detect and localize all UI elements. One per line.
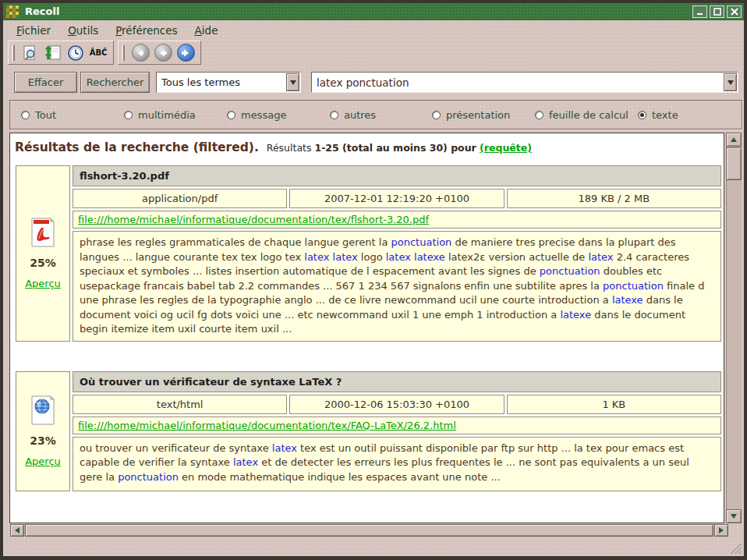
menu-mnemonic: F [16, 24, 22, 37]
scroll-left-button[interactable] [10, 524, 24, 537]
nav-forward-icon [177, 44, 195, 62]
window-titlebar[interactable]: Recoll [3, 3, 744, 20]
filter-label: texte [652, 109, 678, 121]
filter-option-presentation[interactable]: présentation [432, 109, 510, 121]
nav-first-page-button[interactable] [130, 43, 150, 63]
result-size: 1 KB [507, 395, 721, 414]
radio-icon[interactable] [227, 111, 235, 119]
result-snippet: phrase les regles grammaticales de chaqu… [73, 231, 721, 342]
filter-option-tout[interactable]: Tout [21, 109, 56, 121]
sort-by-dates-button[interactable] [43, 43, 63, 63]
radio-icon[interactable] [638, 111, 646, 119]
result-mime: text/html [73, 395, 287, 414]
filter-option-multimedia[interactable]: multimédia [124, 109, 196, 121]
clear-button[interactable]: Effacer [14, 72, 77, 93]
radio-icon[interactable] [330, 111, 338, 119]
search-button[interactable]: Rechercher [80, 72, 150, 93]
menu-aide[interactable]: Aide [186, 22, 227, 39]
pdf-file-icon [29, 217, 57, 248]
clock-icon [67, 44, 84, 62]
triangle-right-icon [719, 527, 724, 533]
radio-icon[interactable] [535, 111, 543, 119]
result-meta-row: text/html 2000-12-06 15:03:30 +0100 1 KB [73, 395, 721, 414]
menu-mnemonic: O [68, 24, 76, 37]
search-mode-value: Tous les termes [157, 76, 286, 88]
result-snippet: ou trouver un verificateur de syntaxe la… [73, 437, 721, 491]
resize-grip-icon[interactable] [727, 539, 742, 555]
filter-option-feuille-de-calcul[interactable]: feuille de calcul [535, 109, 628, 121]
filter-label: message [241, 109, 286, 121]
result-entry: 23% Aperçu Où trouver un vérificateur de… [16, 371, 721, 491]
radio-icon[interactable] [432, 111, 441, 119]
filter-label: multimédia [138, 109, 196, 121]
search-query-combobox[interactable] [311, 72, 738, 93]
menu-outils[interactable]: Outils [59, 22, 107, 39]
nav-next-page-button[interactable] [175, 43, 196, 63]
menu-preferences[interactable]: Préférences [107, 22, 186, 39]
close-icon [731, 8, 738, 16]
toolbar-gripper[interactable] [122, 45, 125, 61]
spell-icon: ÂBĈ [90, 48, 108, 57]
result-url-cell: file:///home/michael/informatique/docume… [73, 211, 721, 229]
radio-icon[interactable] [21, 111, 30, 119]
vertical-scrollbar[interactable] [726, 133, 742, 523]
scroll-right-button[interactable] [714, 524, 728, 537]
menu-label: ichier [22, 24, 51, 37]
horizontal-scroll-thumb[interactable] [25, 524, 713, 537]
nav-back-icon [154, 44, 172, 62]
result-meta-row: application/pdf 2007-12-01 12:19:20 +010… [73, 189, 721, 208]
result-url-link[interactable]: file:///home/michael/informatique/docume… [78, 420, 456, 431]
chevron-down-icon[interactable] [286, 73, 299, 91]
chevron-down-icon[interactable] [724, 73, 737, 91]
result-entry: 25% Aperçu flshort-3.20.pdf application/… [16, 165, 721, 342]
nav-prev-page-button[interactable] [153, 43, 173, 63]
filter-label: autres [344, 109, 376, 121]
scroll-down-button[interactable] [726, 509, 742, 523]
results-list[interactable]: Résultats de la recherche (filtered).Rés… [9, 133, 724, 523]
window-title: Recoll [25, 5, 59, 17]
document-search-button[interactable] [20, 43, 41, 63]
menu-fichier[interactable]: Fichier [8, 22, 59, 39]
result-url-link[interactable]: file:///home/michael/informatique/docume… [78, 214, 429, 225]
search-button-label: Rechercher [87, 76, 144, 88]
results-title: Résultats de la recherche (filtered). [15, 140, 259, 154]
menu-label: utils [76, 24, 98, 37]
results-count-prefix: Résultats [267, 142, 315, 154]
filter-option-message[interactable]: message [227, 109, 286, 121]
result-title: flshort-3.20.pdf [73, 165, 721, 186]
maximize-button[interactable] [710, 5, 724, 18]
relevance-percent: 23% [30, 434, 56, 447]
search-input[interactable] [312, 76, 724, 89]
result-size: 189 KB / 2 MB [507, 189, 721, 208]
search-mode-combobox[interactable]: Tous les termes [156, 72, 301, 93]
vertical-scroll-thumb[interactable] [726, 147, 742, 180]
spell-term-explorer-button[interactable]: ÂBĈ [88, 43, 108, 63]
toolbar-gripper[interactable] [12, 45, 15, 61]
preview-link[interactable]: Aperçu [25, 278, 61, 289]
sort-by-dates-icon [44, 44, 62, 62]
minimize-button[interactable] [692, 5, 707, 18]
close-button[interactable] [727, 5, 742, 18]
toolbar-group-nav [118, 41, 201, 65]
query-detail-link[interactable]: (requête) [480, 142, 532, 154]
history-clock-button[interactable] [65, 43, 86, 63]
result-date: 2007-12-01 12:19:20 +0100 [289, 189, 504, 208]
menubar: Fichier Outils Préférences Aide [3, 21, 744, 40]
maximize-icon [713, 8, 721, 16]
menu-mnemonic: P [115, 24, 122, 37]
menu-label: références [122, 24, 178, 37]
filter-option-autres[interactable]: autres [330, 109, 376, 121]
result-title: Où trouver un vérificateur de syntaxe La… [73, 371, 721, 392]
filter-label: présentation [446, 109, 510, 121]
scroll-up-button[interactable] [726, 133, 742, 147]
toolbar-group-tools: ÂBĈ [8, 41, 114, 65]
window-controls [692, 5, 742, 18]
results-range: 1-25 (total au moins 30) pour [314, 142, 480, 154]
horizontal-scrollbar[interactable] [10, 524, 728, 537]
radio-icon[interactable] [124, 111, 133, 119]
relevance-percent: 25% [30, 257, 56, 269]
result-mime: application/pdf [73, 189, 287, 208]
filter-option-texte[interactable]: texte [638, 109, 678, 121]
result-side-panel: 25% Aperçu [16, 165, 70, 342]
preview-link[interactable]: Aperçu [25, 455, 61, 467]
